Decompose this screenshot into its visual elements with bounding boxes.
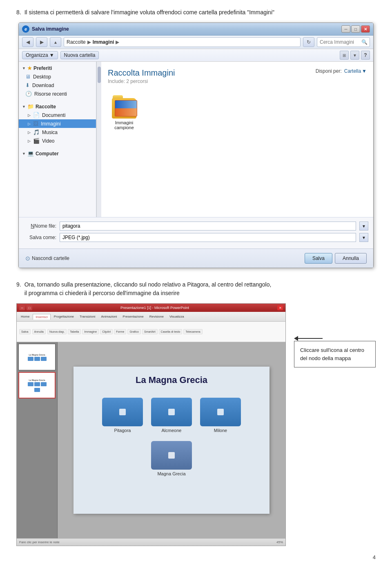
save-dialog: e Salva immagine ─ □ ✕ ◀ ▶ ▲ Raccolte ▶ … bbox=[18, 22, 374, 268]
sidebar-group-raccolte[interactable]: ▼ 📁 Raccolte bbox=[19, 102, 96, 111]
action-buttons: Salva Annulla bbox=[305, 253, 367, 264]
ppt-btn-annulla[interactable]: Annulla bbox=[32, 329, 46, 334]
breadcrumb-immagini: Immagini bbox=[93, 39, 114, 45]
sidebar-item-desktop[interactable]: 🖥 Desktop bbox=[19, 72, 96, 81]
thumb1-content: La Magna Grecia bbox=[20, 345, 54, 369]
breadcrumb-bar[interactable]: Raccolte ▶ Immagini ▶ bbox=[64, 37, 301, 47]
nome-file-dropdown[interactable]: ▼ bbox=[359, 222, 368, 231]
content-header: Raccolta Immagini Include: 2 percorsi Di… bbox=[108, 68, 367, 84]
ppt-btn-forme[interactable]: Forme bbox=[114, 329, 126, 334]
ppt-btn-immagine[interactable]: Immagine bbox=[82, 329, 99, 334]
scroll-thumb[interactable] bbox=[98, 67, 101, 83]
ppt-tab-rev[interactable]: Revisione bbox=[147, 314, 166, 319]
view-button[interactable]: ⊞ bbox=[340, 51, 349, 60]
dialog-app-icon: e bbox=[22, 25, 29, 33]
nascondi-arrow-icon: ⊙ bbox=[25, 255, 30, 262]
slide-node-alcmeone[interactable] bbox=[151, 398, 192, 426]
view-dropdown[interactable]: ▼ bbox=[350, 51, 359, 60]
ppt-maximize[interactable]: □ bbox=[27, 305, 32, 310]
slide-thumb-2[interactable]: La Magna Grecia bbox=[18, 372, 56, 399]
forward-button[interactable]: ▶ bbox=[36, 37, 47, 47]
slide-node-magna-grecia[interactable] bbox=[151, 441, 192, 470]
ppt-tab-pres[interactable]: Presentazione bbox=[120, 314, 146, 319]
sidebar-item-musica[interactable]: ▷ 🎵 Musica bbox=[19, 128, 96, 137]
ppt-tab-vis[interactable]: Visualizza bbox=[167, 314, 187, 319]
ppt-tab-home[interactable]: Home bbox=[18, 314, 32, 319]
ppt-close[interactable]: ✕ bbox=[277, 305, 283, 310]
ppt-btn-smartart[interactable]: SmartArt bbox=[142, 329, 158, 334]
ppt-btn-clipart[interactable]: ClipArt bbox=[100, 329, 113, 334]
folder-item-immagini-campione[interactable]: Immagini campione bbox=[108, 94, 140, 130]
up-button[interactable]: ▲ bbox=[50, 37, 61, 47]
thumb2-node-bottom bbox=[34, 388, 40, 392]
computer-label: Computer bbox=[36, 151, 59, 157]
disponi-value[interactable]: Cartella ▼ bbox=[344, 68, 367, 74]
sidebar-item-download[interactable]: ⬇ Download bbox=[19, 81, 96, 90]
ppt-title: Presentazione1 [1] - Microsoft PowerPoin… bbox=[34, 306, 276, 310]
annulla-button[interactable]: Annulla bbox=[335, 253, 367, 264]
callout-text: Cliccare sull'icona al centro del nodo d… bbox=[300, 347, 364, 361]
nuova-cartella-button[interactable]: Nuova cartella bbox=[60, 51, 99, 59]
risorse-label: Risorse recenti bbox=[34, 91, 67, 97]
ppt-btn-grafico[interactable]: Grafico bbox=[127, 329, 141, 334]
salva-come-dropdown[interactable]: ▼ bbox=[359, 233, 368, 242]
dialog-title: Salva immagine bbox=[32, 26, 69, 32]
raccolte-icon: 📁 bbox=[27, 103, 34, 110]
maximize-button[interactable]: □ bbox=[351, 25, 360, 33]
content-title-area: Raccolta Immagini Include: 2 percorsi bbox=[108, 68, 175, 84]
slide-thumb-1[interactable]: La Magna Grecia bbox=[18, 344, 56, 370]
organizza-toolbar: Organizza ▼ Nuova cartella ⊞ ▼ ? bbox=[19, 49, 373, 62]
slide-node-pitagora[interactable] bbox=[102, 398, 143, 426]
nome-file-row: NNome file: ▼ bbox=[24, 222, 368, 231]
node-center-icon-alcmeone bbox=[168, 409, 175, 415]
close-button[interactable]: ✕ bbox=[361, 25, 370, 33]
desktop-icon: 🖥 bbox=[25, 74, 31, 80]
sidebar-item-documenti[interactable]: ▷ 📄 Documenti bbox=[19, 111, 96, 119]
ppt-btn-salva[interactable]: Salva bbox=[19, 329, 31, 334]
salva-button[interactable]: Salva bbox=[305, 253, 332, 264]
organizza-button[interactable]: Organizza ▼ bbox=[22, 51, 58, 59]
slide-top-nodes: Pitagora Alcmeone bbox=[102, 398, 241, 433]
ppt-titlebar: ─ □ Presentazione1 [1] - Microsoft Power… bbox=[17, 304, 285, 312]
sidebar-group-preferiti[interactable]: ▼ ★ Preferiti bbox=[19, 64, 96, 72]
section9-text: Ora, tornando sulla presentazione, clicc… bbox=[24, 281, 272, 288]
expand-icon: ▼ bbox=[22, 66, 26, 70]
section8-header: 8. Il sistema ci permetterà di salvare l… bbox=[16, 8, 376, 17]
expand-arrow-doc: ▷ bbox=[28, 113, 31, 117]
ppt-minimize[interactable]: ─ bbox=[19, 305, 25, 310]
ppt-tab-anim[interactable]: Animazioni bbox=[98, 314, 119, 319]
ppt-btn-telenar[interactable]: Telecamera bbox=[183, 329, 202, 334]
ppt-tab-prog[interactable]: Progettazione bbox=[51, 314, 76, 319]
node-center-icon-magna bbox=[168, 452, 175, 459]
star-icon: ★ bbox=[27, 65, 32, 71]
node-center-icon-milone bbox=[217, 409, 224, 415]
ppt-btn-tabella[interactable]: Tabella bbox=[68, 329, 81, 334]
sidebar-scrollbar[interactable] bbox=[96, 62, 101, 217]
sidebar-item-risorse[interactable]: 🕐 Risorse recenti bbox=[19, 90, 96, 98]
sidebar-item-video[interactable]: ▷ 🎬 Video bbox=[19, 137, 96, 145]
ppt-btn-testo[interactable]: Casella di testo bbox=[159, 329, 183, 334]
download-label: Download bbox=[32, 83, 54, 88]
minimize-button[interactable]: ─ bbox=[341, 25, 350, 33]
window-controls: ─ □ ✕ bbox=[341, 25, 370, 33]
ppt-main: La Magna Grecia La Magna Grecia bbox=[17, 342, 285, 538]
img-icon: 🖼 bbox=[33, 121, 38, 127]
ppt-ribbon: Home Inserisci Progettazione Transizioni… bbox=[17, 312, 285, 322]
sidebar-section-raccolte: ▼ 📁 Raccolte ▷ 📄 Documenti ▷ 🖼 Immagini … bbox=[19, 102, 96, 145]
ppt-tab-inserisci[interactable]: Inserisci bbox=[33, 314, 50, 320]
slide-title: La Magna Grecia bbox=[136, 375, 207, 385]
ppt-tab-trans[interactable]: Transizioni bbox=[77, 314, 98, 319]
dialog-titlebar: e Salva immagine ─ □ ✕ bbox=[19, 23, 373, 36]
ppt-btn-home-g[interactable]: Nuova diap. bbox=[47, 329, 67, 334]
refresh-button[interactable]: ↻ bbox=[303, 37, 314, 47]
help-button[interactable]: ? bbox=[361, 51, 370, 60]
sidebar: ▼ ★ Preferiti 🖥 Desktop ⬇ Download 🕐 Ris… bbox=[19, 62, 96, 217]
sidebar-group-computer[interactable]: ▼ 💻 Computer bbox=[19, 149, 96, 158]
thumb1-nodes bbox=[28, 357, 47, 361]
sidebar-item-immagini[interactable]: ▷ 🖼 Immagini bbox=[19, 119, 96, 128]
salva-come-input[interactable] bbox=[60, 233, 356, 242]
back-button[interactable]: ◀ bbox=[22, 37, 33, 47]
slide-node-milone[interactable] bbox=[200, 398, 241, 426]
nome-file-input[interactable] bbox=[60, 222, 356, 231]
nascondi-button[interactable]: ⊙ Nascondi cartelle bbox=[25, 255, 69, 262]
